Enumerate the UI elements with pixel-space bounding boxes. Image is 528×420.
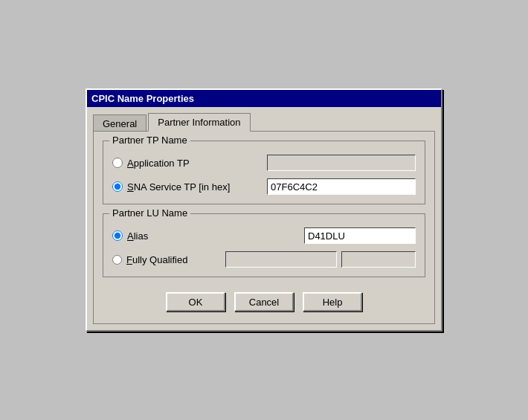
- tab-partner-information[interactable]: Partner Information: [148, 113, 250, 132]
- tab-content: Partner TP Name Application TP SNA Servi…: [93, 131, 435, 324]
- application-tp-radio[interactable]: [112, 158, 123, 168]
- tab-bar: General Partner Information: [93, 113, 435, 132]
- partner-lu-name-group: Partner LU Name Alias Fully Qualified: [103, 213, 425, 277]
- fully-qualified-input-2[interactable]: [341, 251, 416, 268]
- fully-qualified-radio[interactable]: [112, 255, 122, 265]
- main-window: CPIC Name Properties General Partner Inf…: [86, 88, 442, 332]
- partner-tp-name-label: Partner TP Name: [109, 135, 190, 146]
- application-tp-label: Application TP: [127, 158, 267, 169]
- alias-radio[interactable]: [112, 230, 123, 241]
- partner-tp-name-group: Partner TP Name Application TP SNA Servi…: [103, 140, 425, 204]
- button-row: OK Cancel Help: [103, 286, 425, 314]
- window-body: General Partner Information Partner TP N…: [87, 107, 441, 330]
- title-bar: CPIC Name Properties: [87, 90, 441, 107]
- ok-button[interactable]: OK: [166, 292, 225, 311]
- cancel-button[interactable]: Cancel: [234, 292, 294, 311]
- application-tp-input[interactable]: [267, 155, 416, 171]
- window-title: CPIC Name Properties: [91, 93, 194, 104]
- sna-service-tp-label: SNA Service TP [in hex]: [127, 181, 267, 193]
- alias-label: Alias: [127, 230, 304, 242]
- help-button[interactable]: Help: [303, 292, 362, 311]
- alias-row: Alias: [112, 227, 416, 244]
- application-tp-row: Application TP: [112, 155, 416, 171]
- sna-service-tp-input[interactable]: [267, 178, 416, 195]
- fully-qualified-input-1[interactable]: [225, 251, 337, 268]
- sna-service-tp-radio[interactable]: [112, 181, 123, 192]
- fully-qualified-row: Fully Qualified: [112, 251, 416, 268]
- alias-input[interactable]: [304, 227, 416, 244]
- partner-lu-name-label: Partner LU Name: [109, 207, 190, 219]
- fully-qualified-label: Fully Qualified: [126, 254, 221, 265]
- sna-service-tp-row: SNA Service TP [in hex]: [112, 178, 416, 195]
